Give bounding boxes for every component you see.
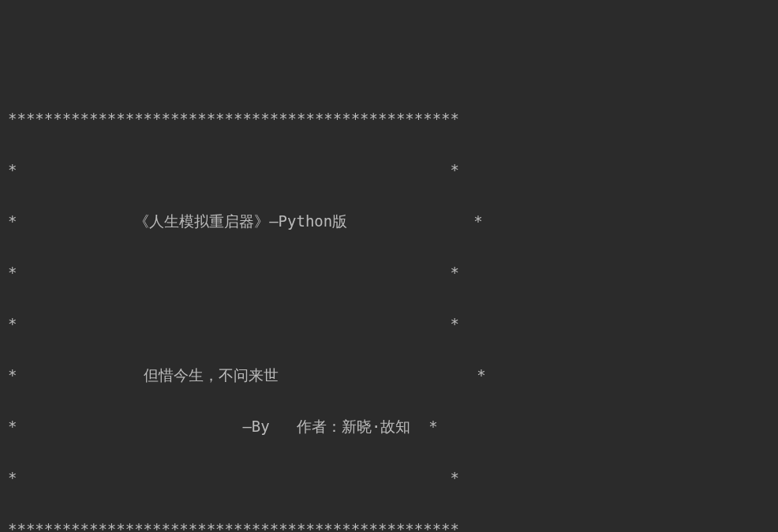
- banner-author: * —By 作者：新晓·故知 *: [8, 414, 770, 440]
- banner-blank-1: * *: [8, 157, 770, 183]
- banner-border-top: ****************************************…: [8, 106, 770, 132]
- banner-blank-2: * *: [8, 260, 770, 286]
- banner-blank-3: * *: [8, 311, 770, 337]
- banner-motto: * 但惜今生，不问来世 *: [8, 362, 770, 388]
- banner-title: * 《人生模拟重启器》—Python版 *: [8, 208, 770, 234]
- banner-blank-4: * *: [8, 465, 770, 491]
- banner-border-bottom: ****************************************…: [8, 516, 770, 532]
